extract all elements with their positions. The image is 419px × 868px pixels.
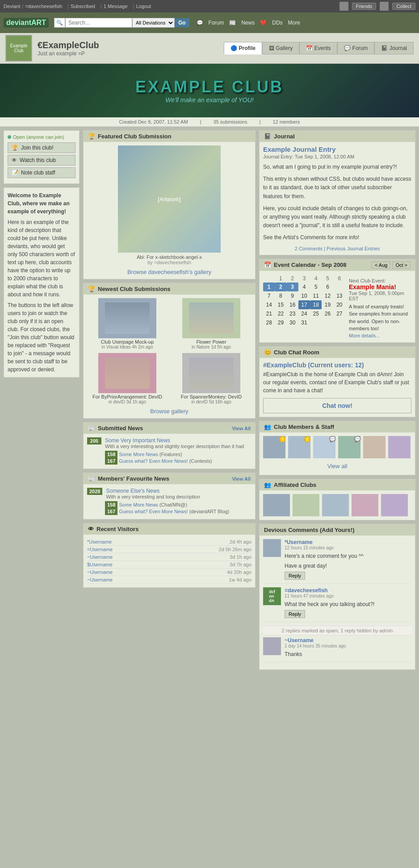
username-link[interactable]: =davecheesefish	[25, 4, 62, 9]
view-all-members-link[interactable]: View all	[263, 461, 411, 471]
tab-profile[interactable]: 🔵 Profile	[224, 42, 262, 54]
cal-day-27[interactable]: 27	[334, 309, 345, 318]
cal-day-20[interactable]: 20	[334, 300, 345, 309]
cal-day-18[interactable]: 18	[310, 300, 322, 309]
cal-day-29[interactable]: 29	[275, 318, 286, 327]
watch-button[interactable]: 👁 Watch this club	[8, 155, 75, 166]
tab-forum[interactable]: 💬 Forum	[337, 42, 374, 54]
chat-now-button[interactable]: Chat now!	[263, 398, 411, 413]
member-5[interactable]	[363, 436, 385, 458]
cal-day-23[interactable]: 23	[287, 309, 298, 318]
cal-day-15[interactable]: 15	[275, 300, 286, 309]
visitor-name-2[interactable]: =Username	[87, 547, 113, 552]
reply-button-1[interactable]: Reply	[285, 572, 305, 580]
thumb-img-1[interactable]	[98, 298, 156, 338]
more-link[interactable]: More	[288, 20, 300, 26]
members-news-view-all[interactable]: View All	[232, 476, 251, 482]
browse-gallery-link[interactable]: Browse davecheesefish's gallery	[87, 269, 251, 275]
members-news-link-3[interactable]: Guess what? Even More News!	[119, 509, 188, 514]
cal-day-2[interactable]: 2	[275, 282, 286, 291]
journal-comments-link[interactable]: 2 Comments	[295, 246, 323, 251]
cal-prev-button[interactable]: < Aug	[372, 262, 390, 269]
friends-button[interactable]: Friends	[352, 3, 377, 10]
affiliated-1[interactable]	[263, 494, 290, 516]
cal-day-21[interactable]: 21	[263, 309, 275, 318]
affiliated-4[interactable]	[352, 494, 378, 516]
journal-previous-link[interactable]: Previous Journal Entries	[327, 246, 380, 251]
tab-gallery[interactable]: 🖼 Gallery	[262, 42, 299, 54]
thumb-img-2[interactable]	[182, 298, 240, 338]
thumb-img-3[interactable]	[98, 353, 156, 393]
cal-next-button[interactable]: Oct >	[392, 262, 411, 269]
collect-button[interactable]: Collect	[392, 3, 415, 10]
affiliated-3[interactable]	[322, 494, 349, 516]
cal-day-14[interactable]: 14	[263, 300, 275, 309]
news-link[interactable]: News	[241, 20, 255, 26]
visitor-name-6[interactable]: ~Username	[87, 577, 113, 582]
cal-day-30[interactable]: 30	[287, 318, 298, 327]
cal-day-1[interactable]: 1	[263, 282, 275, 291]
cal-day-4[interactable]: 4	[298, 282, 310, 291]
cal-day-10[interactable]: 10	[298, 291, 310, 300]
dds-link[interactable]: DDs	[272, 20, 282, 26]
cal-day-11[interactable]: 11	[310, 291, 322, 300]
cal-day-24[interactable]: 24	[298, 309, 310, 318]
news-link-2[interactable]: Some More News	[119, 452, 158, 457]
news-title-1[interactable]: Some Very Important News	[105, 437, 244, 444]
visitor-name-1[interactable]: *Username	[87, 539, 112, 544]
visitor-name-4[interactable]: $Username	[87, 562, 113, 567]
cal-day-12[interactable]: 12	[322, 291, 333, 300]
next-event-title[interactable]: Example Mania!	[349, 283, 411, 291]
comment-username-1[interactable]: *Username	[285, 539, 411, 545]
cal-day-8[interactable]: 8	[275, 291, 286, 300]
tab-events[interactable]: 📅 Events	[299, 42, 337, 54]
reply-button-2[interactable]: Reply	[285, 610, 305, 618]
visitor-name-3[interactable]: ~Username	[87, 554, 113, 560]
cal-day-19[interactable]: 19	[322, 300, 333, 309]
cal-day-31[interactable]: 31	[298, 318, 310, 327]
forum-link[interactable]: Forum	[209, 20, 224, 26]
cal-day-7[interactable]: 7	[263, 291, 275, 300]
cal-day-22[interactable]: 22	[275, 309, 286, 318]
news-link-3[interactable]: Guess what? Even More News!	[119, 458, 188, 464]
more-details-link[interactable]: More details...	[349, 333, 380, 338]
search-input[interactable]	[65, 18, 132, 28]
member-3[interactable]: 💬	[313, 436, 335, 458]
subscribed-link[interactable]: Subscribed	[71, 4, 95, 9]
tab-journal[interactable]: 📓 Journal	[374, 42, 414, 54]
cal-day-6[interactable]: 6	[322, 282, 333, 291]
go-button[interactable]: Go	[175, 18, 189, 27]
cal-day-16[interactable]: 16	[287, 300, 298, 309]
comment-username-3[interactable]: ~Username	[285, 637, 411, 644]
logout-link[interactable]: Logout	[136, 4, 151, 9]
visitor-name-5[interactable]: ~Username	[87, 569, 113, 575]
search-type-select[interactable]: All Deviations	[132, 18, 175, 28]
thumb-img-4[interactable]	[182, 353, 240, 393]
cal-day-13[interactable]: 13	[334, 291, 345, 300]
cal-day-9[interactable]: 9	[287, 291, 298, 300]
visitor-row-2: =Username 2d 5h 26m ago	[87, 546, 251, 553]
join-button[interactable]: 🏆 Join this club!	[8, 142, 75, 153]
submitted-news-view-all[interactable]: View All	[232, 426, 251, 431]
comment-username-2[interactable]: =davecheesefish	[285, 587, 411, 594]
chat-room-title[interactable]: #ExampleClub (Current users: 12)	[263, 361, 411, 369]
affiliated-5[interactable]	[381, 494, 408, 516]
members-news-title-1[interactable]: Someone Else's News	[106, 488, 200, 494]
cal-day-25[interactable]: 25	[310, 309, 322, 318]
member-6[interactable]	[388, 436, 411, 458]
member-4[interactable]: 💬	[338, 436, 360, 458]
message-link[interactable]: 1 Message	[104, 4, 128, 9]
members-news-link-2[interactable]: Some More News	[119, 502, 158, 507]
cal-day-17[interactable]: 17	[298, 300, 310, 309]
cal-day-3[interactable]: 3	[287, 282, 298, 291]
browse-gallery-link-2[interactable]: Browse gallery	[87, 408, 251, 415]
note-button[interactable]: 📝 Note club staff	[8, 167, 75, 178]
cal-day-5[interactable]: 5	[310, 282, 322, 291]
journal-entry-title[interactable]: Example Journal Entry	[263, 145, 411, 153]
cal-day-26[interactable]: 26	[322, 309, 333, 318]
cal-day-28[interactable]: 28	[263, 318, 275, 327]
member-1[interactable]: ⭐	[263, 436, 285, 458]
affiliated-2[interactable]	[293, 494, 319, 516]
members-news-content-1: Someone Else's News With a very interest…	[106, 488, 200, 499]
member-2[interactable]: ⭐	[288, 436, 310, 458]
